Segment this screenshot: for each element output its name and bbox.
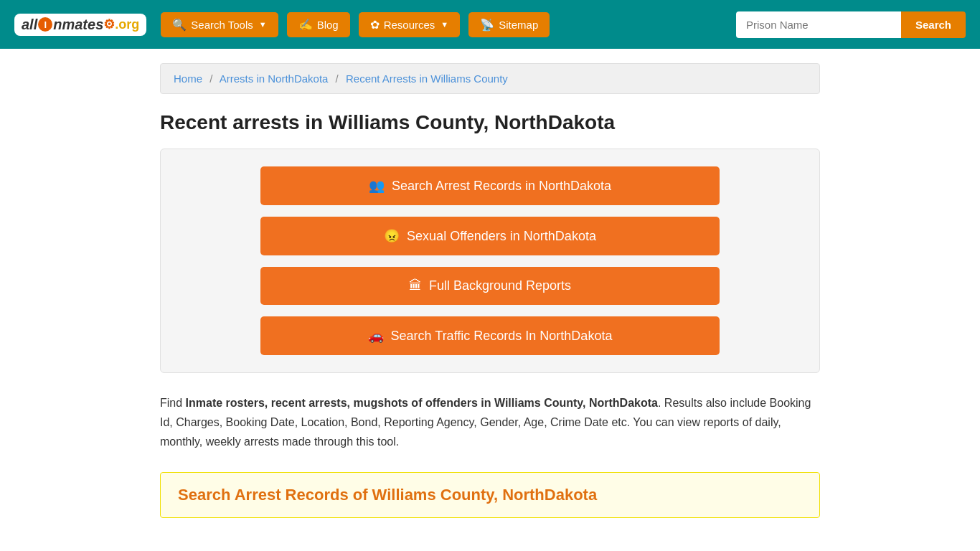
search-traffic-records-button[interactable]: 🚗 Search Traffic Records In NorthDakota xyxy=(260,316,720,355)
logo[interactable]: allInmates⚙.org xyxy=(14,14,146,36)
prison-search-button[interactable]: Search xyxy=(901,11,966,38)
prison-search-wrapper: Search xyxy=(736,11,966,38)
search-arrest-icon: 👥 xyxy=(369,178,385,194)
site-header: allInmates⚙.org 🔍 Search Tools ▼ ✍ Blog … xyxy=(0,0,980,49)
sexual-offenders-label: Sexual Offenders in NorthDakota xyxy=(407,229,596,244)
breadcrumb-sep-1: / xyxy=(209,72,212,85)
search-tools-icon: 🔍 xyxy=(172,18,187,32)
breadcrumb-home[interactable]: Home xyxy=(174,72,202,85)
traffic-records-label: Search Traffic Records In NorthDakota xyxy=(391,329,613,344)
traffic-records-icon: 🚗 xyxy=(368,328,384,344)
sitemap-label: Sitemap xyxy=(499,19,538,31)
breadcrumb-arrests-nd[interactable]: Arrests in NorthDakota xyxy=(220,72,329,85)
logo-dot-org-text: ⚙.org xyxy=(103,17,139,32)
page-title: Recent arrests in Williams County, North… xyxy=(160,111,820,134)
breadcrumb-sep-2: / xyxy=(336,72,339,85)
search-tools-dropdown-arrow: ▼ xyxy=(259,20,267,29)
breadcrumb-current: Recent Arrests in Williams County xyxy=(346,72,508,85)
logo-nmates-text: nmates xyxy=(53,17,103,33)
blog-icon: ✍ xyxy=(298,18,313,32)
sexual-offenders-button[interactable]: 😠 Sexual Offenders in NorthDakota xyxy=(260,217,720,255)
blog-label: Blog xyxy=(317,19,339,31)
blog-button[interactable]: ✍ Blog xyxy=(287,12,350,37)
sitemap-icon: 📡 xyxy=(480,18,494,32)
resources-button[interactable]: ✿ Resources ▼ xyxy=(359,12,461,37)
search-tools-button[interactable]: 🔍 Search Tools ▼ xyxy=(161,12,278,37)
description-text: Find Inmate rosters, recent arrests, mug… xyxy=(160,393,820,452)
resources-label: Resources xyxy=(384,19,435,31)
sitemap-button[interactable]: 📡 Sitemap xyxy=(468,12,550,37)
full-background-reports-button[interactable]: 🏛 Full Background Reports xyxy=(260,267,720,305)
search-arrest-section: Search Arrest Records of Williams County… xyxy=(160,472,820,518)
background-reports-icon: 🏛 xyxy=(409,278,422,293)
resources-icon: ✿ xyxy=(370,18,380,32)
prison-search-label: Search xyxy=(915,19,951,31)
logo-all-text: all xyxy=(22,17,37,33)
search-tools-label: Search Tools xyxy=(191,19,253,31)
search-arrest-records-button[interactable]: 👥 Search Arrest Records in NorthDakota xyxy=(260,166,720,205)
sexual-offenders-icon: 😠 xyxy=(384,228,400,244)
logo-gear-icon: ⚙ xyxy=(103,17,115,32)
search-arrest-section-title: Search Arrest Records of Williams County… xyxy=(178,486,802,504)
logo-org-label: .org xyxy=(115,17,139,32)
search-arrest-label: Search Arrest Records in NorthDakota xyxy=(392,179,611,194)
resources-dropdown-arrow: ▼ xyxy=(440,20,448,29)
main-content: Home / Arrests in NorthDakota / Recent A… xyxy=(146,49,834,547)
logo-i-icon: I xyxy=(38,17,52,32)
breadcrumb: Home / Arrests in NorthDakota / Recent A… xyxy=(160,63,820,94)
background-reports-label: Full Background Reports xyxy=(429,278,571,293)
description-bold: Inmate rosters, recent arrests, mugshots… xyxy=(186,397,658,409)
description-prefix: Find xyxy=(160,397,186,409)
prison-name-input[interactable] xyxy=(736,11,901,38)
action-buttons-box: 👥 Search Arrest Records in NorthDakota 😠… xyxy=(160,149,820,373)
